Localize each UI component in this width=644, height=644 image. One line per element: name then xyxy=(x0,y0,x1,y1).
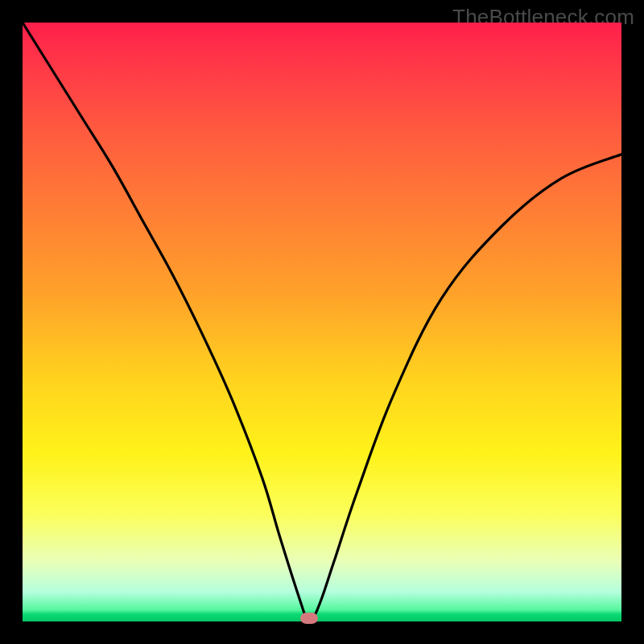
plot-area xyxy=(23,23,621,621)
chart-frame: TheBottleneck.com xyxy=(0,0,644,644)
optimal-point-marker xyxy=(300,613,318,624)
bottleneck-curve xyxy=(23,23,621,621)
